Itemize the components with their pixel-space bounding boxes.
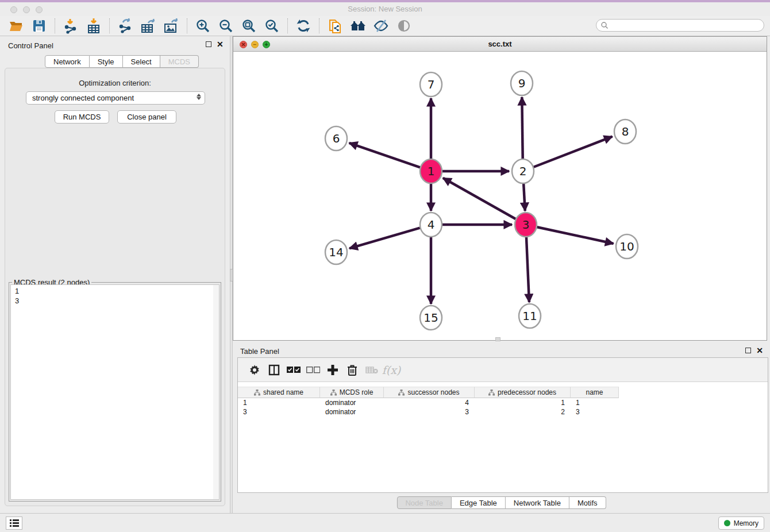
close-table-panel-icon[interactable]: ✕: [756, 348, 763, 353]
float-table-panel-icon[interactable]: [745, 348, 751, 353]
list-icon: [10, 519, 19, 527]
optimization-criterion-select[interactable]: strongly connected component: [26, 91, 205, 105]
tab-style[interactable]: Style: [90, 55, 123, 68]
table-cell[interactable]: 3: [238, 407, 320, 417]
table-tab-network-table[interactable]: Network Table: [506, 496, 569, 509]
column-type-icon: [488, 390, 495, 396]
node-10[interactable]: 10: [616, 234, 638, 259]
tab-mcds[interactable]: MCDS: [160, 55, 199, 68]
run-mcds-button[interactable]: Run MCDS: [55, 110, 109, 124]
deselect-all-rows-icon[interactable]: [303, 361, 323, 379]
select-all-rows-icon[interactable]: [284, 361, 303, 379]
close-panel-button[interactable]: Close panel: [117, 110, 176, 124]
show-graphics-icon[interactable]: [394, 17, 414, 34]
edge-4-14[interactable]: [349, 228, 420, 249]
window-resize-grip[interactable]: [495, 337, 500, 341]
search-icon: [600, 21, 609, 29]
hide-graphics-icon[interactable]: [371, 17, 391, 34]
network-window-titlebar[interactable]: ✕ − + scc.txt: [233, 37, 767, 52]
svg-text:9: 9: [518, 76, 526, 90]
tab-select[interactable]: Select: [123, 55, 160, 68]
edge-1-6[interactable]: [349, 143, 420, 168]
table-row[interactable]: 1dominator411: [238, 398, 768, 407]
node-9[interactable]: 9: [511, 71, 533, 95]
node-4[interactable]: 4: [420, 213, 442, 237]
table-row[interactable]: 3dominator323: [238, 407, 768, 417]
network-canvas[interactable]: 7968124314101511: [233, 52, 767, 340]
add-column-icon[interactable]: [323, 361, 342, 379]
node-8[interactable]: 8: [614, 119, 636, 144]
close-panel-icon[interactable]: ✕: [217, 41, 224, 47]
edge-2-8[interactable]: [534, 137, 613, 167]
edge-3-10[interactable]: [537, 227, 614, 244]
table-cell[interactable]: 4: [384, 398, 475, 407]
import-network-icon[interactable]: [61, 17, 80, 34]
open-session-icon[interactable]: [6, 17, 26, 34]
network-graph[interactable]: 7968124314101511: [233, 52, 767, 340]
control-panel-tabs: NetworkStyleSelectMCDS: [45, 55, 199, 68]
column-header-name[interactable]: name: [571, 387, 619, 398]
svg-text:10: 10: [619, 240, 634, 253]
import-table-icon[interactable]: [84, 17, 103, 34]
table-cell[interactable]: 2: [475, 407, 571, 417]
search-field[interactable]: [596, 19, 764, 32]
home-icon[interactable]: [348, 17, 368, 34]
edge-3-1[interactable]: [443, 178, 516, 219]
delete-columns-icon[interactable]: [342, 361, 362, 379]
memory-button[interactable]: Memory: [718, 516, 764, 530]
table-cell[interactable]: 3: [384, 407, 475, 417]
status-bar: Memory: [0, 513, 770, 532]
split-columns-icon[interactable]: [264, 361, 284, 379]
table-header-row[interactable]: shared nameMCDS rolesuccessor nodesprede…: [238, 387, 768, 398]
table-body[interactable]: 1dominator4113dominator323: [238, 398, 768, 417]
node-15[interactable]: 15: [420, 306, 442, 330]
table-tab-motifs[interactable]: Motifs: [569, 496, 606, 509]
edge-2-3[interactable]: [523, 183, 525, 211]
refresh-view-icon[interactable]: [294, 17, 313, 34]
export-image-icon[interactable]: [161, 17, 181, 34]
edge-2-9[interactable]: [522, 97, 522, 160]
svg-text:15: 15: [424, 311, 438, 325]
column-type-icon: [254, 390, 260, 396]
export-network-icon[interactable]: [116, 17, 135, 34]
table-cell[interactable]: dominator: [320, 398, 384, 407]
table-cell[interactable]: 1: [571, 398, 619, 407]
table-tabs: Node TableEdge TableNetwork TableMotifs: [396, 496, 606, 509]
optimization-criterion-label: Optimization criterion:: [5, 79, 225, 87]
column-header-shared-name[interactable]: shared name: [238, 387, 320, 398]
node-7[interactable]: 7: [420, 72, 442, 97]
node-6[interactable]: 6: [325, 126, 347, 151]
node-1[interactable]: 1: [420, 159, 442, 183]
node-2[interactable]: 2: [512, 159, 534, 183]
task-history-button[interactable]: [6, 516, 22, 530]
zoom-in-icon[interactable]: [193, 17, 213, 34]
node-11[interactable]: 11: [519, 304, 541, 328]
tab-network[interactable]: Network: [45, 55, 90, 68]
node-3[interactable]: 3: [515, 213, 537, 237]
svg-text:6: 6: [333, 132, 340, 145]
zoom-selected-icon[interactable]: [262, 17, 282, 34]
table-cell[interactable]: 1: [238, 398, 320, 407]
column-type-icon: [398, 390, 405, 396]
zoom-out-icon[interactable]: [216, 17, 236, 34]
save-session-icon[interactable]: [29, 17, 49, 34]
column-header-successor-nodes[interactable]: successor nodes: [384, 387, 475, 398]
edge-3-11[interactable]: [526, 236, 529, 302]
node-14[interactable]: 14: [325, 240, 347, 264]
column-header-MCDS-role[interactable]: MCDS role: [320, 387, 384, 398]
table-cell[interactable]: 1: [475, 398, 571, 407]
svg-text:3: 3: [522, 218, 530, 232]
result-scrollbar[interactable]: [213, 285, 219, 499]
duplicate-network-icon[interactable]: [325, 17, 345, 34]
node-table[interactable]: shared nameMCDS rolesuccessor nodesprede…: [238, 387, 768, 417]
table-cell[interactable]: 3: [571, 407, 619, 417]
export-table-icon[interactable]: [138, 17, 158, 34]
float-panel-icon[interactable]: [206, 41, 211, 47]
table-cell[interactable]: dominator: [320, 407, 384, 417]
table-tab-node-table[interactable]: Node Table: [396, 496, 452, 509]
table-settings-icon[interactable]: [245, 361, 264, 379]
mcds-result-text[interactable]: 1 3: [10, 284, 220, 500]
table-tab-edge-table[interactable]: Edge Table: [452, 496, 506, 509]
zoom-fit-icon[interactable]: [239, 17, 259, 34]
column-header-predecessor-nodes[interactable]: predecessor nodes: [475, 387, 571, 398]
